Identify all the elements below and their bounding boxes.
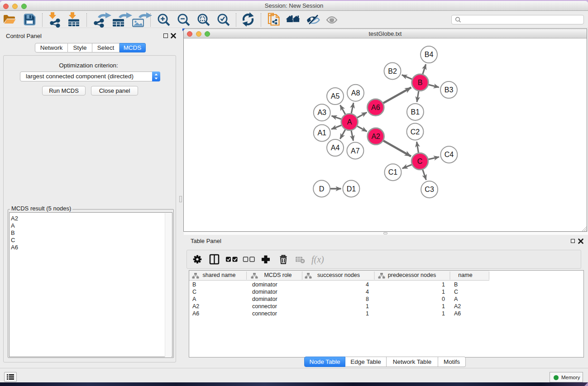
svg-text:A1: A1 (317, 129, 326, 137)
svg-text:C3: C3 (425, 186, 434, 193)
svg-text:A7: A7 (351, 147, 360, 155)
svg-text:A: A (347, 118, 352, 126)
svg-text:A4: A4 (331, 144, 340, 152)
svg-text:A5: A5 (331, 92, 340, 100)
svg-text:A2: A2 (371, 133, 380, 140)
svg-text:D1: D1 (347, 185, 356, 193)
svg-text:A6: A6 (371, 104, 380, 111)
svg-text:B1: B1 (411, 108, 420, 116)
svg-text:A3: A3 (317, 109, 326, 116)
svg-text:B3: B3 (445, 86, 454, 94)
svg-text:C4: C4 (445, 151, 454, 158)
svg-text:f(x): f(x) (311, 254, 324, 265)
svg-text:B4: B4 (425, 51, 434, 58)
svg-text:B2: B2 (388, 67, 397, 75)
svg-text:C1: C1 (388, 168, 398, 176)
svg-text:C2: C2 (411, 128, 420, 136)
svg-text:A8: A8 (351, 89, 360, 97)
svg-text:D: D (319, 185, 325, 193)
svg-text:C: C (417, 157, 423, 165)
svg-text:B: B (418, 79, 423, 86)
